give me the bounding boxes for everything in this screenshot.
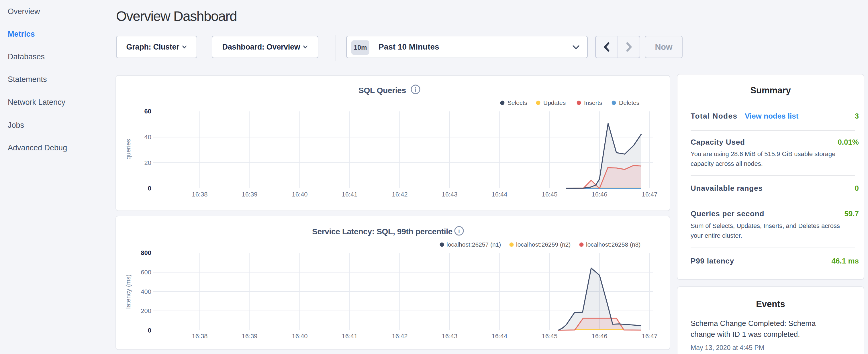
svg-text:16:45: 16:45	[541, 332, 557, 340]
svg-text:20: 20	[145, 159, 151, 166]
svg-text:i: i	[415, 86, 416, 93]
svg-text:latency (ms): latency (ms)	[125, 275, 132, 309]
svg-text:16:40: 16:40	[292, 332, 308, 340]
svg-text:Updates: Updates	[543, 99, 566, 106]
svg-text:600: 600	[141, 269, 151, 276]
svg-text:localhost:26257 (n1): localhost:26257 (n1)	[446, 241, 501, 248]
svg-text:localhost:26259 (n2): localhost:26259 (n2)	[516, 241, 570, 248]
svg-text:Inserts: Inserts	[584, 99, 602, 106]
svg-text:60: 60	[145, 108, 151, 115]
svg-text:40: 40	[145, 133, 151, 141]
svg-text:16:40: 16:40	[292, 191, 308, 198]
svg-text:Selects: Selects	[507, 99, 527, 106]
svg-text:16:38: 16:38	[192, 332, 208, 340]
svg-text:16:45: 16:45	[541, 191, 557, 198]
svg-text:16:41: 16:41	[342, 332, 358, 340]
svg-text:SQL Queries: SQL Queries	[359, 86, 406, 95]
svg-text:16:44: 16:44	[492, 191, 507, 198]
svg-text:16:44: 16:44	[492, 332, 507, 340]
svg-text:800: 800	[141, 249, 151, 256]
svg-text:16:46: 16:46	[591, 332, 607, 340]
svg-text:16:47: 16:47	[642, 191, 657, 198]
svg-text:16:43: 16:43	[442, 332, 457, 340]
svg-text:i: i	[458, 228, 460, 234]
svg-text:200: 200	[141, 307, 151, 315]
svg-text:Deletes: Deletes	[619, 99, 639, 106]
svg-text:16:38: 16:38	[192, 191, 208, 198]
svg-text:0: 0	[148, 185, 151, 192]
svg-text:16:43: 16:43	[442, 191, 457, 198]
svg-text:Service Latency: SQL, 99th per: Service Latency: SQL, 99th percentile	[312, 227, 453, 236]
svg-text:16:39: 16:39	[242, 191, 257, 198]
svg-text:0: 0	[148, 327, 151, 334]
svg-text:16:47: 16:47	[642, 332, 657, 340]
svg-text:16:46: 16:46	[591, 191, 607, 198]
svg-text:16:42: 16:42	[392, 191, 407, 198]
svg-text:400: 400	[141, 288, 151, 295]
svg-text:16:41: 16:41	[342, 191, 358, 198]
svg-text:16:42: 16:42	[392, 332, 407, 340]
svg-text:queries: queries	[125, 139, 132, 160]
svg-text:localhost:26258 (n3): localhost:26258 (n3)	[586, 241, 641, 248]
svg-text:16:39: 16:39	[242, 332, 257, 340]
